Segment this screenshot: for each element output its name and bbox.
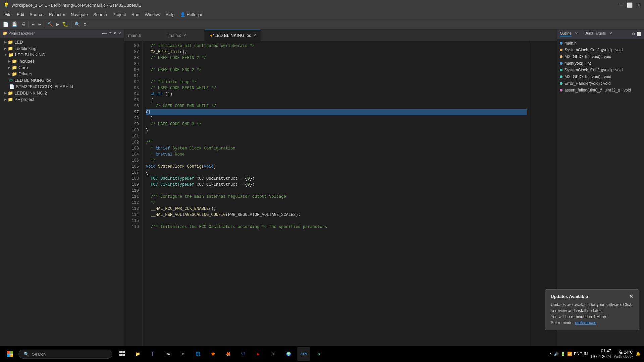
outline-item-error-handler[interactable]: Error_Handler(void) : void [557,80,644,87]
minimize-button[interactable]: ─ [620,2,623,8]
tab-mainc[interactable]: main.c ✕ [164,29,205,41]
outline-item-main[interactable]: main(void) : int [557,60,644,67]
menu-user[interactable]: 👤 Hello jai [177,11,205,18]
outline-close-icon[interactable]: ✕ [575,31,578,37]
sidebar-item-led[interactable]: ▶ 📁 LED [0,39,124,45]
outline-item-assert-failed[interactable]: assert_failed(uint8_t*, uint32_t) : void [557,87,644,94]
notification-bell[interactable]: 🔔 [636,352,641,356]
weather-widget[interactable]: 🌤 24°C Partly cloudy [614,350,633,358]
folder-icon-led: 📁 [8,40,13,45]
toolbar-debug[interactable]: 🐛 [61,21,69,28]
sidebar-item-ld[interactable]: 📄 STM32F401CCUX_FLASH.ld [0,83,124,90]
taskbar-icon-firefox[interactable]: 🦊 [221,347,235,361]
tray-icon-3[interactable]: 📶 [567,352,572,356]
sidebar-sync-icon[interactable]: ⟳ [109,31,112,36]
tab-mainh[interactable]: main.h [124,29,164,41]
tray-icon-2[interactable]: 🔋 [560,352,566,356]
taskbar-icon-malwarebytes[interactable]: 🛡 [236,347,250,361]
toolbar-undo[interactable]: ↩ [31,21,36,28]
start-button[interactable] [3,347,17,361]
tree-label-ledblinking2: LEDBLINKING 2 [14,90,47,96]
code-line-112: */ [146,200,527,206]
tray-lang[interactable]: ENG IN [574,352,588,356]
taskbar-icon-stm32[interactable]: STM [297,347,310,361]
outline-tab[interactable]: Outline [560,31,572,37]
menu-source[interactable]: Source [27,11,46,18]
menu-window[interactable]: Window [142,11,163,18]
sidebar-close-icon[interactable]: ✕ [118,31,121,36]
code-line-87: MX_GPIO_Init(); [146,49,527,55]
outline-item-mxgpio-def[interactable]: MX_GPIO_Init(void) : void [557,73,644,80]
toolbar-search[interactable]: 🔍 [73,21,82,28]
outline-item-systemclock-decl[interactable]: SystemClock_Config(void) : void [557,47,644,53]
tab-mainc-close[interactable]: ✕ [183,33,186,38]
sidebar-item-drivers[interactable]: ▶ 📁 Drivers [0,71,124,77]
tab-ioc[interactable]: ● *LED BLINKING.ioc ✕ [205,29,261,41]
outline-item-mxgpio-decl[interactable]: MX_GPIO_Init(void) : void [557,53,644,60]
taskbar-icon-taskview[interactable] [116,347,129,361]
taskbar: 🔍 Search 📁 T 🛍 ✉ 🌐 ⬟ 🦊 🛡 ▶ ⚡ 🌍 STM ⚙ ∧ 🔊 [0,346,644,362]
menu-project[interactable]: Project [110,11,128,18]
taskbar-icon-teams[interactable]: T [146,347,159,361]
menu-navigate[interactable]: Navigate [68,11,91,18]
tree-arrow-core: ▶ [8,66,11,69]
taskbar-search[interactable]: 🔍 Search [18,350,112,359]
sidebar-collapse-icon[interactable]: ⟵ [102,31,107,36]
sidebar-item-led-blinking[interactable]: ▼ 📁 LED BLINKING [0,52,124,58]
outline-label-assert-failed: assert_failed(uint8_t*, uint32_t) : void [565,88,631,93]
folder-icon-ledblinking: 📁 [8,46,13,51]
menu-run[interactable]: Run [129,11,142,18]
taskbar-icon-edge[interactable]: 🌐 [191,347,205,361]
menu-refactor[interactable]: Refactor [46,11,68,18]
toolbar-build[interactable]: 🔨 [46,21,54,28]
tree-arrow-ledblinking2: ▶ [4,91,7,95]
sidebar-item-core[interactable]: ▶ 📁 Core [0,64,124,71]
taskbar-icon-mail[interactable]: ✉ [176,347,190,361]
close-button[interactable]: ✕ [637,2,641,8]
taskbar-icon-other[interactable]: ⚙ [312,347,325,361]
menu-file[interactable]: File [2,11,14,18]
sidebar-tree: ▶ 📁 LED ▶ 📁 Ledblinking ▼ 📁 LED BLINKING… [0,38,124,354]
taskbar-icon-origin[interactable]: ⬟ [206,347,220,361]
system-clock[interactable]: 01:47 19-04-2024 [590,348,611,360]
code-content[interactable]: /* Initialize all configured peripherals… [143,41,530,351]
notification-close-icon[interactable]: ✕ [629,294,633,299]
tab-ioc-close[interactable]: ✕ [253,33,256,38]
toolbar-save[interactable]: 💾 [10,21,19,28]
toolbar-print[interactable]: 🖨 [19,21,27,28]
sidebar-item-ioc[interactable]: ⚙ LED BLINKING.ioc [0,77,124,83]
tray-icon-1[interactable]: 🔊 [554,352,559,356]
toolbar-redo[interactable]: ↪ [37,21,42,28]
file-icon-ld: 📄 [9,84,14,89]
code-editor[interactable]: 86 87 88 89 90 91 92 93 94 95 96 97 98 9… [124,41,557,351]
tray-up-arrow[interactable]: ∧ [549,352,552,356]
sidebar-filter-icon[interactable]: ▼ [113,31,117,36]
search-placeholder: Search [32,352,46,357]
notification-preferences-link[interactable]: preferences [575,320,596,325]
line-numbers: 86 87 88 89 90 91 92 93 94 95 96 97 98 9… [124,41,143,351]
menu-help[interactable]: Help [163,11,177,18]
taskbar-icon-explorer[interactable]: 📁 [131,347,144,361]
taskbar-icon-store[interactable]: 🛍 [161,347,174,361]
tree-label-drivers: Drivers [18,71,32,76]
taskbar-icon-chrome2[interactable]: 🌍 [282,347,295,361]
toolbar-new[interactable]: 📄 [1,21,10,28]
sidebar-item-pf[interactable]: ▶ 📁 PF project [0,96,124,103]
maximize-button[interactable]: ⬜ [627,2,633,8]
sidebar-item-includes[interactable]: ▶ 📁 Includes [0,58,124,64]
menu-edit[interactable]: Edit [14,11,27,18]
outline-settings-icon[interactable]: ⚙ [632,32,635,36]
toolbar-run[interactable]: ▶ [55,21,60,28]
menu-search[interactable]: Search [91,11,110,18]
sidebar-item-ledblinking2[interactable]: ▶ 📁 LEDBLINKING 2 [0,90,124,96]
outline-item-mainh[interactable]: main.h [557,40,644,47]
build-targets-tab[interactable]: Build Targets [585,31,606,37]
sidebar-item-ledblinking[interactable]: ▶ 📁 Ledblinking [0,45,124,52]
taskbar-icon-chrome[interactable]: ⚡ [267,347,280,361]
outline-item-systemclock-def[interactable]: SystemClock_Config(void) : void [557,67,644,73]
tree-label-led: LED [14,40,23,45]
build-targets-close-icon[interactable]: ✕ [609,31,612,37]
outline-collapse-icon[interactable]: ⬜ [637,32,641,36]
taskbar-icon-youtube[interactable]: ▶ [252,347,265,361]
toolbar-settings[interactable]: ⚙ [82,21,88,28]
